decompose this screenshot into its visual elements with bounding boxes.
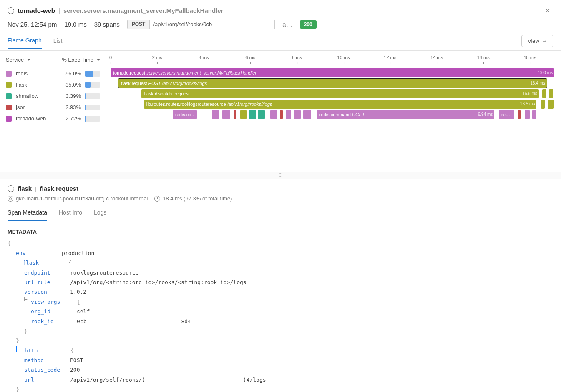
service-row[interactable]: tornado-web 2.72% — [6, 113, 100, 124]
service-swatch — [6, 93, 12, 99]
tab-logs[interactable]: Logs — [94, 209, 106, 221]
header-timestamp: Nov 25, 12:54 pm — [8, 21, 57, 28]
arrow-right-icon: → — [542, 38, 547, 44]
tab-host-info[interactable]: Host Info — [59, 209, 82, 221]
globe-icon — [8, 185, 14, 192]
span-bar[interactable] — [240, 110, 247, 119]
metadata-heading: METADATA — [8, 227, 553, 237]
ruler-tick: 14 ms — [430, 55, 443, 60]
span-bar[interactable] — [249, 110, 256, 119]
meta-val-env: production — [62, 248, 94, 258]
service-bar — [85, 82, 100, 88]
span-bar[interactable] — [280, 110, 282, 119]
service-bar — [85, 71, 100, 77]
meta-key-http: http — [25, 346, 70, 355]
span-bar[interactable] — [294, 110, 301, 119]
service-name: redis — [16, 70, 57, 77]
service-row[interactable]: flask 35.0% — [6, 79, 100, 90]
meta-key-url: url — [24, 375, 70, 385]
service-pct: 56.0% — [61, 70, 81, 77]
span-bar[interactable] — [518, 110, 521, 119]
spans-container: tornado.request server.servers.managment… — [111, 68, 554, 119]
globe-icon — [8, 7, 14, 14]
service-name: json — [16, 104, 57, 110]
span-bar[interactable] — [548, 100, 554, 109]
chevron-down-icon — [27, 59, 30, 61]
tab-span-metadata[interactable]: Span Metadata — [8, 209, 47, 221]
close-icon[interactable]: × — [542, 4, 553, 17]
resize-handle[interactable]: ⠿ — [0, 172, 561, 179]
span-bar[interactable] — [258, 110, 265, 119]
clock-icon — [154, 196, 160, 202]
span-bar[interactable]: tornado.request server.servers.managment… — [111, 68, 554, 77]
trace-header: tornado-web | server.servers.managment_s… — [0, 0, 561, 51]
service-row[interactable]: json 2.93% — [6, 102, 100, 113]
blue-marker-icon — [16, 346, 17, 352]
span-bar[interactable] — [270, 110, 277, 119]
http-url-box[interactable]: /apiv1/org/self/rooks/0cb — [150, 20, 275, 29]
time-ruler: 02 ms4 ms6 ms8 ms10 ms12 ms14 ms16 ms18 … — [111, 55, 554, 65]
header-handler: server.servers.managment_server.MyFallba… — [63, 7, 224, 14]
service-swatch — [6, 71, 12, 77]
service-name: tornado-web — [16, 115, 57, 122]
meta-key-version: version — [24, 287, 70, 297]
service-row[interactable]: redis 56.0% — [6, 68, 100, 79]
exec-time-column-header[interactable]: % Exec Time — [62, 57, 100, 63]
span-bar[interactable]: redis.command HGET6.94 ms — [317, 110, 495, 119]
span-bar[interactable]: redis.co… — [173, 110, 197, 119]
ruler-tick: 12 ms — [384, 55, 396, 60]
http-method-badge: POST — [127, 20, 150, 29]
meta-key-rook-id: rook_id — [31, 317, 77, 326]
service-swatch — [6, 82, 12, 88]
meta-val-status-code: 200 — [70, 365, 80, 375]
ruler-tick: 0 — [109, 55, 112, 60]
span-bar[interactable]: lib.routes.routes.rooklogsrouteresource … — [144, 100, 537, 109]
view-button[interactable]: View → — [521, 35, 553, 47]
collapse-toggle[interactable]: − — [18, 346, 22, 350]
span-bar[interactable] — [286, 110, 291, 119]
span-bar[interactable] — [303, 110, 311, 119]
span-detail-panel: flask | flask.request gke-main-1-default… — [0, 179, 561, 392]
span-row: flask.dispatch_request16.6 ms — [111, 89, 554, 98]
span-bar[interactable] — [222, 110, 230, 119]
metadata-tree: METADATA { envproduction −flask{ endpoin… — [8, 221, 553, 392]
target-icon — [8, 196, 13, 202]
tab-flame-graph[interactable]: Flame Graph — [8, 37, 42, 49]
meta-val-url: /apiv1/org/self/rooks/( )4/logs — [70, 375, 266, 385]
ruler-tick: 10 ms — [337, 55, 350, 60]
detail-host: gke-main-1-default-pool-ff1fc3a0-dfhj.c.… — [16, 195, 148, 202]
service-column-header[interactable]: Service — [6, 57, 30, 63]
meta-val-url-rule: /apiv1/org/<string:org_id>/rooks/<string… — [70, 277, 247, 287]
header-duration: 19.0 ms — [64, 21, 86, 28]
span-bar[interactable] — [234, 110, 236, 119]
span-bar[interactable] — [541, 100, 545, 109]
timeline[interactable]: 02 ms4 ms6 ms8 ms10 ms12 ms14 ms16 ms18 … — [106, 51, 561, 172]
service-pct: 2.93% — [61, 104, 81, 110]
meta-key-env: env — [16, 248, 62, 258]
tab-list[interactable]: List — [53, 37, 63, 48]
service-bar — [85, 116, 100, 122]
span-row: flask.request POST /apiv1/org//rooks//lo… — [111, 79, 554, 88]
header-separator: | — [58, 7, 60, 14]
http-status-badge: 200 — [300, 20, 317, 29]
span-bar[interactable]: flask.dispatch_request16.6 ms — [141, 89, 538, 98]
detail-timing: 18.4 ms (97.3% of total time) — [163, 195, 232, 202]
span-row: redis.co…redis.command HGET6.94 msre… — [111, 110, 554, 119]
span-bar[interactable]: flask.request POST /apiv1/org//rooks//lo… — [118, 79, 547, 88]
span-bar[interactable] — [532, 110, 536, 119]
span-bar[interactable] — [525, 110, 530, 119]
meta-key-view-args: view_args — [31, 297, 77, 307]
meta-val-endpoint: rooklogsrouteresource — [70, 268, 138, 277]
span-bar[interactable]: re… — [499, 110, 514, 119]
meta-val-rook-id: 0cb 8d4 — [77, 317, 191, 326]
request-pill: POST /apiv1/org/self/rooks/0cb — [127, 20, 275, 29]
collapse-toggle[interactable]: − — [16, 258, 20, 262]
meta-key-endpoint: endpoint — [24, 268, 70, 277]
meta-val-org-id: self — [77, 307, 90, 316]
span-bar[interactable] — [212, 110, 219, 119]
service-row[interactable]: shmallow 3.39% — [6, 90, 100, 102]
span-bar[interactable] — [542, 89, 546, 98]
collapse-toggle[interactable]: − — [24, 297, 28, 301]
span-bar[interactable] — [549, 89, 553, 98]
ruler-tick: 6 ms — [245, 55, 255, 60]
